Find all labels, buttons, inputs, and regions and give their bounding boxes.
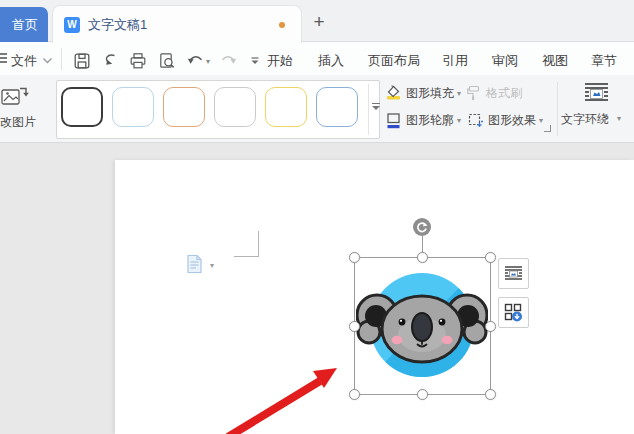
shape-effects-icon: [467, 112, 484, 129]
menu-tab-home[interactable]: 开始: [267, 52, 293, 70]
image-tools-icon: [504, 303, 523, 322]
print-button[interactable]: [127, 50, 149, 72]
menu-tab-insert[interactable]: 插入: [318, 52, 344, 70]
picture-style-gallery: [56, 80, 380, 139]
menu-tab-review[interactable]: 审阅: [492, 52, 518, 70]
document-tab-title: 文字文稿1: [88, 16, 147, 34]
paste-options-button[interactable]: ▾: [186, 254, 218, 276]
menu-tab-page-layout[interactable]: 页面布局: [368, 52, 420, 70]
wps-writer-window: 首页 W 文字文稿1 + 文件: [0, 0, 634, 434]
home-tab[interactable]: 首页: [0, 7, 48, 42]
file-menu[interactable]: 文件: [11, 52, 37, 70]
shape-outline-icon: [385, 112, 402, 129]
document-canvas: [0, 143, 634, 434]
hamburger-icon: [0, 53, 7, 63]
home-tab-label: 首页: [12, 16, 38, 34]
resize-handle-top[interactable]: [417, 252, 428, 263]
change-picture-icon: [0, 84, 30, 111]
format-painter-icon: [466, 85, 482, 101]
toolbar-more-icon: [247, 53, 263, 69]
margin-corner-mark: [234, 256, 259, 257]
new-tab-button[interactable]: +: [308, 11, 330, 33]
picture-style-swatch-4[interactable]: [214, 87, 256, 127]
menu-tab-view[interactable]: 视图: [542, 52, 568, 70]
menu-tab-section[interactable]: 章节: [591, 52, 617, 70]
resize-handle-bottom-right[interactable]: [485, 389, 496, 400]
image-tools-button[interactable]: [498, 297, 529, 328]
export-icon: [100, 51, 120, 71]
format-painter-button[interactable]: 格式刷: [466, 83, 522, 103]
margin-corner-mark: [258, 231, 259, 257]
text-wrap-button[interactable]: 文字环绕 ▾: [560, 80, 624, 136]
rotate-icon: [416, 221, 428, 233]
rotate-handle[interactable]: [413, 218, 431, 236]
window-tab-bar: 首页 W 文字文稿1 +: [0, 0, 634, 42]
shape-fill-icon: [385, 85, 402, 101]
resize-handle-left[interactable]: [349, 321, 360, 332]
picture-style-swatch-5[interactable]: [265, 87, 307, 127]
change-picture-button[interactable]: 改图片: [0, 84, 44, 136]
redo-button[interactable]: [217, 50, 239, 72]
dropdown-arrow-icon: ▾: [539, 116, 543, 125]
text-wrap-label: 文字环绕: [561, 111, 609, 128]
picture-style-swatch-1[interactable]: [61, 87, 103, 127]
separator: [61, 48, 62, 70]
shape-outline-label: 图形轮廓: [406, 112, 454, 129]
resize-handle-bottom-left[interactable]: [349, 389, 360, 400]
chevron-down-icon: [372, 106, 380, 110]
undo-dropdown-icon[interactable]: ▾: [206, 57, 210, 66]
resize-handle-right[interactable]: [485, 321, 496, 332]
dropdown-arrow-icon: ▾: [457, 89, 461, 98]
shape-effects-label: 图形效果: [488, 112, 536, 129]
save-icon: [72, 51, 92, 71]
shape-fill-button[interactable]: 图形填充 ▾: [385, 83, 461, 103]
redo-icon: [218, 51, 238, 71]
print-icon: [128, 51, 148, 71]
resize-handle-bottom[interactable]: [417, 389, 428, 400]
text-wrap-icon: [583, 81, 610, 106]
separator: [557, 82, 558, 136]
unsaved-changes-dot: [279, 22, 285, 28]
dropdown-arrow-icon: ▾: [457, 116, 461, 125]
save-button[interactable]: [71, 50, 93, 72]
picture-style-swatch-3[interactable]: [163, 87, 205, 127]
resize-handle-top-left[interactable]: [349, 252, 360, 263]
wps-writer-icon: W: [64, 17, 80, 33]
selection-border[interactable]: [354, 257, 491, 395]
picture-style-swatch-2[interactable]: [112, 87, 154, 127]
change-picture-label: 改图片: [0, 114, 36, 131]
customize-toolbar-button[interactable]: [244, 50, 266, 72]
layout-options-button[interactable]: [498, 258, 529, 289]
rotate-handle-stem: [422, 236, 423, 253]
undo-button[interactable]: [185, 50, 207, 72]
undo-icon: [186, 51, 206, 71]
picture-style-swatch-6[interactable]: [316, 87, 358, 127]
dropdown-arrow-icon: ▾: [210, 261, 214, 270]
layout-options-icon: [504, 265, 523, 282]
format-painter-label: 格式刷: [486, 85, 522, 102]
paste-options-icon: [186, 254, 203, 274]
dialog-launcher-icon[interactable]: [544, 125, 551, 132]
shape-effects-button[interactable]: 图形效果 ▾: [467, 110, 543, 130]
export-button[interactable]: [99, 50, 121, 72]
menu-tab-references[interactable]: 引用: [442, 52, 468, 70]
separator: [368, 84, 369, 135]
print-preview-button[interactable]: [156, 50, 178, 72]
chevron-down-icon: [42, 57, 53, 65]
dropdown-arrow-icon: ▾: [617, 114, 621, 123]
print-preview-icon: [157, 51, 177, 71]
gallery-more-button[interactable]: [372, 103, 380, 110]
menu-bar: [0, 42, 634, 75]
document-tab[interactable]: W 文字文稿1: [52, 5, 302, 43]
resize-handle-top-right[interactable]: [485, 252, 496, 263]
shape-fill-label: 图形填充: [406, 85, 454, 102]
shape-outline-button[interactable]: 图形轮廓 ▾: [385, 110, 461, 130]
